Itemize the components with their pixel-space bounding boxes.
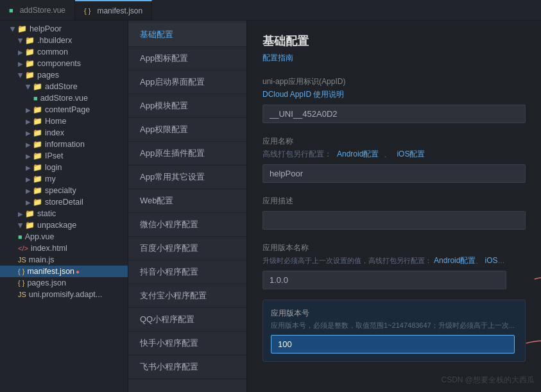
folder-storedetail-icon: 📁	[33, 198, 42, 207]
version-name-row	[262, 268, 526, 289]
chevron-my: ▶	[26, 176, 31, 183]
sidebar-item-addstore-folder[interactable]: ▶ 📁 addStore	[0, 81, 128, 92]
sidebar-item-index-html[interactable]: </> index.html	[0, 243, 128, 254]
sidebar-item-unpackage[interactable]: ▶ 📁 unpackage	[0, 219, 128, 231]
field-label-appid: uni-app应用标识(AppID)	[262, 76, 526, 87]
middle-item-qq[interactable]: QQ小程序配置	[128, 308, 246, 332]
sidebar-item-pages[interactable]: ▶ 📁 pages	[0, 69, 128, 81]
main-layout: ▶ 📁 helpPoor ▶ 📁 .hbuilderx ▶ 📁 common ▶…	[0, 21, 541, 392]
sidebar-item-static[interactable]: ▶ 📁 static	[0, 208, 128, 219]
chevron-storedetail: ▶	[26, 199, 31, 206]
sidebar-item-app-vue[interactable]: ■ App.vue	[0, 231, 128, 243]
version-code-row	[271, 332, 517, 354]
middle-app-splash-label: App启动界面配置	[140, 76, 205, 88]
middle-item-basic[interactable]: 基础配置	[128, 23, 246, 47]
sidebar-addstore-vue-label: addStore.vue	[40, 94, 88, 103]
middle-item-feishu[interactable]: 飞书小程序配置	[128, 355, 246, 379]
ios-version-link[interactable]: iOS配...	[485, 256, 507, 265]
json-pages-icon: { }	[18, 279, 24, 287]
sidebar-item-main-js[interactable]: JS main.js	[0, 254, 128, 266]
sidebar: ▶ 📁 helpPoor ▶ 📁 .hbuilderx ▶ 📁 common ▶…	[0, 21, 128, 392]
right-panel: 基础配置 配置指南 uni-app应用标识(AppID) DCloud AppI…	[247, 21, 541, 392]
sidebar-common-label: common	[37, 47, 68, 56]
sidebar-index-html-label: index.html	[31, 244, 67, 253]
field-group-version-name: 应用版本名称 升级时必须高于上一次设置的值，高线打包另行配置： Android配…	[262, 243, 526, 289]
field-input-version-code[interactable]	[271, 335, 515, 354]
middle-item-app-plugin[interactable]: App原生插件配置	[128, 142, 246, 166]
middle-item-alipay[interactable]: 支付宝小程序配置	[128, 284, 246, 308]
folder-home-icon: 📁	[33, 117, 42, 126]
tab-manifest[interactable]: { } manifest.json	[75, 0, 152, 20]
vue-app-icon: ■	[18, 233, 22, 241]
field-input-version-name[interactable]	[262, 271, 506, 289]
middle-item-app-other[interactable]: App常用其它设置	[128, 166, 246, 189]
chevron-addstore: ▶	[25, 84, 32, 89]
sidebar-item-pages-json[interactable]: { } pages.json	[0, 277, 128, 289]
sidebar-item-index[interactable]: ▶ 📁 index	[0, 127, 128, 139]
sidebar-item-components[interactable]: ▶ 📁 components	[0, 58, 128, 69]
sidebar-unpackage-label: unpackage	[37, 221, 76, 230]
sidebar-manifest-json-label: manifest.json	[27, 267, 74, 276]
sidebar-item-specialty[interactable]: ▶ 📁 specialty	[0, 185, 128, 196]
folder-static-icon: 📁	[25, 209, 35, 218]
sidebar-item-information[interactable]: ▶ 📁 information	[0, 139, 128, 150]
field-label-appdesc: 应用描述	[262, 196, 526, 207]
sidebar-pages-label: pages	[37, 71, 59, 80]
sidebar-item-storedetail[interactable]: ▶ 📁 storeDetail	[0, 196, 128, 208]
sidebar-item-uni-promisify[interactable]: JS uni.promisify.adapt...	[0, 289, 128, 300]
sidebar-item-root[interactable]: ▶ 📁 helpPoor	[0, 23, 128, 35]
sidebar-item-manifest-json[interactable]: { } manifest.json ●	[0, 266, 128, 277]
chevron-root: ▶	[10, 26, 17, 31]
android-config-link[interactable]: Android配置	[337, 149, 379, 160]
middle-item-app-icon[interactable]: App图标配置	[128, 47, 246, 71]
html-index-icon: </>	[18, 244, 28, 252]
middle-item-douyin[interactable]: 抖音小程序配置	[128, 260, 246, 284]
middle-app-plugin-label: App原生插件配置	[140, 148, 205, 159]
ios-config-link[interactable]: iOS配置	[397, 149, 425, 160]
sidebar-item-my[interactable]: ▶ 📁 my	[0, 173, 128, 185]
middle-item-kuaishou[interactable]: 快手小程序配置	[128, 332, 246, 355]
middle-app-other-label: App常用其它设置	[140, 171, 205, 183]
folder-ipset-icon: 📁	[33, 151, 42, 160]
red-arrow-version-code	[524, 334, 541, 352]
field-group-appdesc: 应用描述	[262, 196, 526, 230]
section-title: 基础配置	[262, 33, 526, 49]
field-input-appname[interactable]	[262, 164, 526, 183]
middle-item-app-permission[interactable]: App权限配置	[128, 118, 246, 142]
sidebar-item-contentpage[interactable]: ▶ 📁 contentPage	[0, 104, 128, 115]
folder-components-icon: 📁	[25, 59, 35, 68]
sidebar-pages-json-label: pages.json	[27, 278, 65, 287]
middle-item-web[interactable]: Web配置	[128, 189, 246, 213]
android-version-link[interactable]: Android配置	[434, 256, 476, 265]
sidebar-main-js-label: main.js	[29, 255, 55, 264]
middle-item-app-module[interactable]: App模块配置	[128, 94, 246, 118]
dcloud-appid-link[interactable]: DCloud AppID 使用说明	[262, 90, 344, 99]
sidebar-item-home[interactable]: ▶ 📁 Home	[0, 115, 128, 127]
sidebar-item-login[interactable]: ▶ 📁 login	[0, 162, 128, 173]
field-input-appdesc[interactable]	[262, 211, 526, 230]
folder-specialty-icon: 📁	[33, 186, 42, 195]
field-group-version-code: 应用版本号 应用版本号，必须是整数，取值范围1~2147483647；升级时必须…	[262, 300, 526, 362]
sidebar-item-addstore-vue[interactable]: ■ addStore.vue	[0, 92, 128, 104]
sidebar-item-ipset[interactable]: ▶ 📁 IPset	[0, 150, 128, 162]
field-note-version-name: 升级时必须高于上一次设置的值，高线打包另行配置： Android配置、 iOS配…	[262, 255, 506, 266]
field-note-appname: 高线打包另行配置： Android配置 、 iOS配置	[262, 149, 526, 160]
folder-root-icon: 📁	[17, 24, 27, 33]
chevron-information: ▶	[26, 141, 31, 148]
config-link[interactable]: 配置指南	[262, 53, 293, 62]
field-note-appid: DCloud AppID 使用说明	[262, 89, 526, 100]
sidebar-item-hbuilderx[interactable]: ▶ 📁 .hbuilderx	[0, 35, 128, 46]
field-label-version-name: 应用版本名称	[262, 243, 526, 253]
middle-item-weixin[interactable]: 微信小程序配置	[128, 213, 246, 237]
watermark: CSDN @想要全栈的大西瓜	[441, 375, 535, 386]
modified-indicator: ●	[76, 268, 80, 275]
sidebar-item-common[interactable]: ▶ 📁 common	[0, 46, 128, 58]
middle-item-baidu[interactable]: 百度小程序配置	[128, 237, 246, 260]
middle-item-app-splash[interactable]: App启动界面配置	[128, 71, 246, 94]
json-manifest-icon: { }	[18, 268, 24, 275]
field-input-appid[interactable]	[262, 105, 526, 123]
note-prefix: 高线打包另行配置：	[262, 149, 332, 160]
sidebar-hbuilderx-label: .hbuilderx	[37, 36, 72, 45]
tab-addstore[interactable]: ■ addStore.vue	[0, 0, 75, 20]
chevron-common: ▶	[18, 49, 23, 56]
